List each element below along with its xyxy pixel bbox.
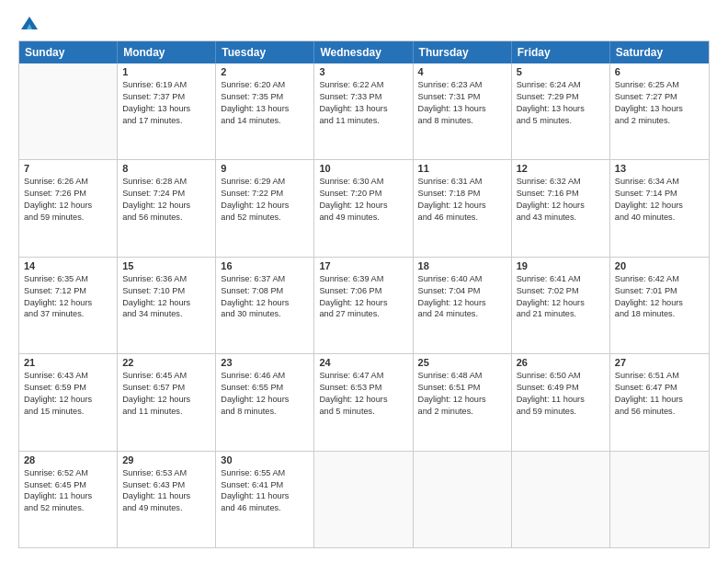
cell-text-line: Daylight: 12 hours <box>319 200 407 212</box>
logo-icon <box>19 15 40 31</box>
cell-text-line: Sunrise: 6:34 AM <box>615 176 704 188</box>
header <box>18 15 710 31</box>
day-number: 21 <box>24 357 112 368</box>
cell-text-line: Daylight: 12 hours <box>122 200 210 212</box>
day-number: 19 <box>517 260 605 271</box>
cell-text-line: Daylight: 13 hours <box>319 103 407 115</box>
cell-text-line: Sunrise: 6:35 AM <box>24 273 112 285</box>
cell-text-line: Sunset: 7:02 PM <box>517 285 605 297</box>
cell-text-line: and 49 minutes. <box>122 502 210 514</box>
cell-text-line: Sunrise: 6:26 AM <box>24 176 112 188</box>
day-number: 22 <box>122 357 210 368</box>
cell-text-line: Daylight: 12 hours <box>418 200 506 212</box>
cell-text-line: Sunset: 7:22 PM <box>221 188 309 200</box>
cell-text-line: Sunset: 7:24 PM <box>122 188 210 200</box>
cell-text-line: Sunset: 6:49 PM <box>517 382 605 394</box>
cell-text-line: and 17 minutes. <box>122 115 210 127</box>
day-number: 11 <box>418 163 506 174</box>
cell-text-line: Sunset: 7:31 PM <box>418 91 506 103</box>
day-cell-2: 2Sunrise: 6:20 AMSunset: 7:35 PMDaylight… <box>216 63 314 159</box>
cell-text-line: Daylight: 12 hours <box>517 200 605 212</box>
cell-text-line: Daylight: 12 hours <box>24 200 112 212</box>
day-cell-29: 29Sunrise: 6:53 AMSunset: 6:43 PMDayligh… <box>118 452 216 547</box>
cell-text-line: Sunrise: 6:48 AM <box>418 370 506 382</box>
cell-text-line: Sunset: 7:10 PM <box>122 285 210 297</box>
cell-text-line: Sunrise: 6:39 AM <box>319 273 407 285</box>
empty-cell <box>414 452 512 547</box>
cell-text-line: Daylight: 12 hours <box>319 394 407 406</box>
cell-text-line: Sunrise: 6:22 AM <box>319 79 407 91</box>
day-number: 28 <box>24 454 112 465</box>
cell-text-line: Sunset: 7:18 PM <box>418 188 506 200</box>
cell-text-line: Sunset: 7:37 PM <box>122 91 210 103</box>
day-cell-28: 28Sunrise: 6:52 AMSunset: 6:45 PMDayligh… <box>19 452 118 547</box>
cell-text-line: Daylight: 12 hours <box>221 200 309 212</box>
day-cell-7: 7Sunrise: 6:26 AMSunset: 7:26 PMDaylight… <box>19 160 118 256</box>
day-cell-26: 26Sunrise: 6:50 AMSunset: 6:49 PMDayligh… <box>512 354 610 450</box>
calendar-row-4: 28Sunrise: 6:52 AMSunset: 6:45 PMDayligh… <box>19 452 709 547</box>
day-cell-20: 20Sunrise: 6:42 AMSunset: 7:01 PMDayligh… <box>610 258 709 353</box>
cell-text-line: Sunset: 7:26 PM <box>24 188 112 200</box>
calendar-header: SundayMondayTuesdayWednesdayThursdayFrid… <box>19 41 709 63</box>
cell-text-line: and 2 minutes. <box>418 406 506 418</box>
cell-text-line: Daylight: 12 hours <box>24 394 112 406</box>
day-number: 13 <box>615 163 704 174</box>
cell-text-line: Sunset: 7:14 PM <box>615 188 704 200</box>
empty-cell <box>610 452 709 547</box>
cell-text-line: and 52 minutes. <box>221 212 309 224</box>
cell-text-line: Daylight: 12 hours <box>221 297 309 309</box>
cell-text-line: Sunset: 6:59 PM <box>24 382 112 394</box>
cell-text-line: Sunrise: 6:23 AM <box>418 79 506 91</box>
cell-text-line: Daylight: 12 hours <box>122 297 210 309</box>
day-number: 27 <box>615 357 704 368</box>
cell-text-line: and 8 minutes. <box>221 406 309 418</box>
day-number: 5 <box>517 66 605 77</box>
cell-text-line: Sunrise: 6:55 AM <box>221 467 309 479</box>
cell-text-line: Daylight: 11 hours <box>221 490 309 502</box>
day-cell-3: 3Sunrise: 6:22 AMSunset: 7:33 PMDaylight… <box>314 63 413 159</box>
header-day-wednesday: Wednesday <box>314 41 413 63</box>
header-day-thursday: Thursday <box>414 41 512 63</box>
cell-text-line: Sunrise: 6:31 AM <box>418 176 506 188</box>
cell-text-line: Sunrise: 6:30 AM <box>319 176 407 188</box>
calendar-body: 1Sunrise: 6:19 AMSunset: 7:37 PMDaylight… <box>19 63 709 547</box>
cell-text-line: Sunrise: 6:42 AM <box>615 273 704 285</box>
day-cell-13: 13Sunrise: 6:34 AMSunset: 7:14 PMDayligh… <box>610 160 709 256</box>
cell-text-line: and 40 minutes. <box>615 212 704 224</box>
cell-text-line: Daylight: 12 hours <box>517 297 605 309</box>
cell-text-line: Sunrise: 6:28 AM <box>122 176 210 188</box>
cell-text-line: and 14 minutes. <box>221 115 309 127</box>
day-number: 29 <box>122 454 210 465</box>
day-cell-8: 8Sunrise: 6:28 AMSunset: 7:24 PMDaylight… <box>118 160 216 256</box>
cell-text-line: Sunrise: 6:41 AM <box>517 273 605 285</box>
cell-text-line: Sunrise: 6:19 AM <box>122 79 210 91</box>
day-number: 15 <box>122 260 210 271</box>
cell-text-line: and 8 minutes. <box>418 115 506 127</box>
cell-text-line: Sunset: 7:04 PM <box>418 285 506 297</box>
day-cell-25: 25Sunrise: 6:48 AMSunset: 6:51 PMDayligh… <box>414 354 512 450</box>
cell-text-line: Daylight: 13 hours <box>221 103 309 115</box>
cell-text-line: and 56 minutes. <box>122 212 210 224</box>
cell-text-line: Sunrise: 6:40 AM <box>418 273 506 285</box>
day-cell-24: 24Sunrise: 6:47 AMSunset: 6:53 PMDayligh… <box>314 354 413 450</box>
cell-text-line: and 43 minutes. <box>517 212 605 224</box>
cell-text-line: Sunrise: 6:37 AM <box>221 273 309 285</box>
day-cell-12: 12Sunrise: 6:32 AMSunset: 7:16 PMDayligh… <box>512 160 610 256</box>
day-number: 8 <box>122 163 210 174</box>
cell-text-line: Daylight: 13 hours <box>418 103 506 115</box>
logo <box>18 15 40 31</box>
day-number: 12 <box>517 163 605 174</box>
cell-text-line: Sunrise: 6:52 AM <box>24 467 112 479</box>
day-cell-21: 21Sunrise: 6:43 AMSunset: 6:59 PMDayligh… <box>19 354 118 450</box>
cell-text-line: Sunset: 7:01 PM <box>615 285 704 297</box>
cell-text-line: Daylight: 13 hours <box>122 103 210 115</box>
cell-text-line: and 49 minutes. <box>319 212 407 224</box>
cell-text-line: Daylight: 11 hours <box>615 394 704 406</box>
day-number: 4 <box>418 66 506 77</box>
day-cell-27: 27Sunrise: 6:51 AMSunset: 6:47 PMDayligh… <box>610 354 709 450</box>
day-cell-9: 9Sunrise: 6:29 AMSunset: 7:22 PMDaylight… <box>216 160 314 256</box>
cell-text-line: Daylight: 12 hours <box>418 394 506 406</box>
cell-text-line: and 2 minutes. <box>615 115 704 127</box>
cell-text-line: Sunrise: 6:43 AM <box>24 370 112 382</box>
day-number: 9 <box>221 163 309 174</box>
